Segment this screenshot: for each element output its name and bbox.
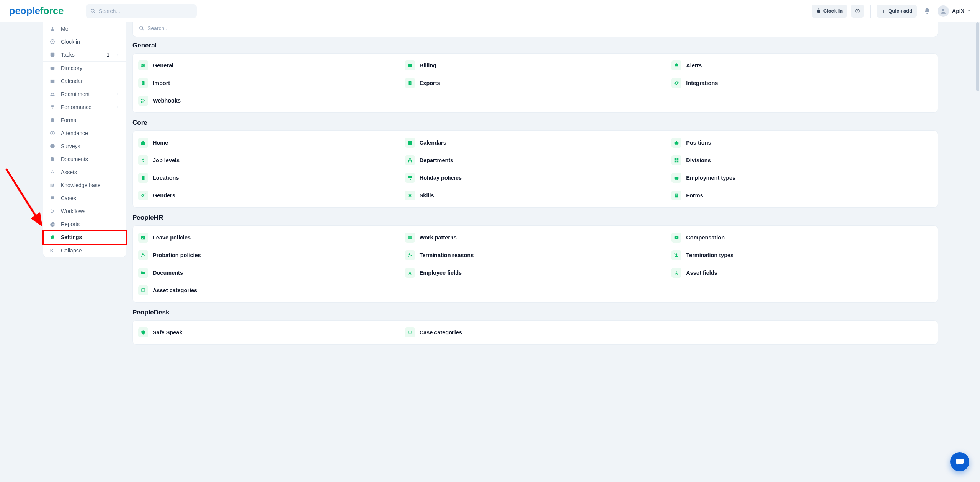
- sidebar-item-me[interactable]: Me: [43, 22, 126, 35]
- sidebar-item-label: Me: [61, 26, 120, 32]
- settings-tile-label: Holiday policies: [420, 175, 462, 181]
- clock-icon: [49, 130, 56, 136]
- sidebar-item-label: Reports: [61, 221, 120, 227]
- settings-tile-termination-types[interactable]: Termination types: [670, 247, 934, 263]
- file-icon: [49, 156, 56, 162]
- sidebar-item-attendance[interactable]: Attendance: [43, 127, 126, 140]
- settings-tile-probation-policies[interactable]: Probation policies: [137, 247, 400, 263]
- settings-tile-work-patterns[interactable]: Work patterns: [403, 230, 667, 246]
- settings-tile-locations[interactable]: Locations: [137, 170, 400, 186]
- settings-tile-asset-fields[interactable]: Asset fields: [670, 265, 934, 281]
- global-search-wrap: [86, 4, 197, 18]
- scrollbar-thumb[interactable]: [976, 22, 979, 91]
- svg-rect-43: [675, 158, 676, 160]
- svg-rect-10: [51, 53, 55, 57]
- settings-tile-asset-categories[interactable]: Asset categories: [137, 282, 400, 298]
- section-title-peoplehr: PeopleHR: [132, 214, 938, 221]
- settings-tile-webhooks[interactable]: Webhooks: [137, 93, 400, 109]
- settings-tile-billing[interactable]: Billing: [403, 57, 667, 73]
- svg-point-14: [51, 93, 52, 94]
- svg-point-52: [409, 194, 411, 197]
- logo[interactable]: peopleforce: [9, 5, 64, 17]
- id-card-icon: [49, 65, 56, 71]
- pie-icon: [49, 221, 56, 227]
- svg-point-31: [142, 66, 142, 67]
- svg-line-25: [142, 29, 144, 30]
- settings-tile-label: Locations: [153, 175, 179, 181]
- user-menu[interactable]: ApiX: [938, 5, 971, 17]
- settings-tile-leave-policies[interactable]: Leave policies: [137, 230, 400, 246]
- sidebar-item-calendar[interactable]: Calendar: [43, 75, 126, 88]
- settings-tile-import[interactable]: Import: [137, 75, 400, 91]
- folder-icon: [138, 268, 148, 278]
- briefcase-icon: [671, 138, 681, 148]
- settings-tile-genders[interactable]: Genders: [137, 187, 400, 204]
- settings-card: General Billing Alerts Import Exports In…: [132, 53, 938, 113]
- sidebar-item-directory[interactable]: Directory: [43, 62, 126, 75]
- check-square-icon: [49, 52, 56, 57]
- settings-tile-job-levels[interactable]: Job levels: [137, 152, 400, 168]
- settings-tile-exports[interactable]: Exports: [403, 75, 667, 91]
- sidebar-item-assets[interactable]: Assets: [43, 166, 126, 179]
- settings-tile-case-categories[interactable]: Case categories: [403, 324, 667, 340]
- sidebar-item-collapse[interactable]: Collapse: [43, 244, 126, 257]
- settings-tile-skills[interactable]: Skills: [403, 187, 667, 204]
- svg-rect-38: [408, 141, 412, 142]
- settings-tile-positions[interactable]: Positions: [670, 135, 934, 151]
- section-title-peopledesk: PeopleDesk: [132, 309, 938, 316]
- settings-tile-forms[interactable]: Forms: [670, 187, 934, 204]
- sidebar-item-settings[interactable]: Settings: [43, 231, 126, 244]
- settings-tile-label: Alerts: [686, 62, 702, 68]
- sidebar-item-knowledge-base[interactable]: Knowledge base: [43, 179, 126, 192]
- clockin-button[interactable]: Clock in: [812, 5, 848, 18]
- sidebar-item-clock-in[interactable]: Clock in: [43, 35, 126, 48]
- sidebar-item-label: Settings: [61, 234, 120, 240]
- sidebar-item-reports[interactable]: Reports: [43, 218, 126, 231]
- sidebar-item-label: Directory: [61, 65, 120, 71]
- global-search-input[interactable]: [99, 8, 192, 14]
- sidebar-item-tasks[interactable]: Tasks 1: [43, 48, 126, 61]
- building-icon: [138, 173, 148, 183]
- sidebar-item-performance[interactable]: Performance: [43, 101, 126, 114]
- notifications-button[interactable]: [921, 8, 934, 15]
- settings-tile-employment-types[interactable]: Employment types: [670, 170, 934, 186]
- quickadd-button[interactable]: Quick add: [877, 5, 917, 18]
- sidebar-item-label: Tasks: [61, 52, 100, 58]
- settings-tile-integrations[interactable]: Integrations: [670, 75, 934, 91]
- sidebar-item-documents[interactable]: Documents: [43, 153, 126, 166]
- settings-tile-label: Case categories: [420, 329, 462, 335]
- list-icon: [405, 233, 415, 243]
- umbrella-icon: [405, 173, 415, 183]
- global-search[interactable]: [86, 4, 197, 18]
- scrollbar-track[interactable]: [975, 22, 980, 482]
- settings-tile-label: Positions: [686, 140, 711, 146]
- settings-tile-label: Departments: [420, 157, 454, 163]
- chat-help-button[interactable]: [950, 452, 969, 471]
- plus-icon: [881, 9, 886, 13]
- settings-tile-calendars[interactable]: Calendars: [403, 135, 667, 151]
- settings-tile-holiday-policies[interactable]: Holiday policies: [403, 170, 667, 186]
- sidebar-item-forms[interactable]: Forms: [43, 114, 126, 127]
- sidebar-item-recruitment[interactable]: Recruitment: [43, 88, 126, 101]
- svg-rect-33: [408, 65, 412, 65]
- settings-tile-safe-speak[interactable]: Safe Speak: [137, 324, 400, 340]
- sidebar-item-label: Documents: [61, 156, 120, 162]
- settings-tile-general[interactable]: General: [137, 57, 400, 73]
- settings-tile-departments[interactable]: Departments: [403, 152, 667, 168]
- settings-card: Safe Speak Case categories: [132, 320, 938, 345]
- settings-tile-employee-fields[interactable]: Employee fields: [403, 265, 667, 281]
- svg-rect-13: [51, 80, 55, 80]
- settings-search-input[interactable]: [147, 25, 931, 31]
- font-icon: [405, 268, 415, 278]
- clock-history-button[interactable]: [851, 5, 864, 18]
- settings-tile-alerts[interactable]: Alerts: [670, 57, 934, 73]
- sidebar-item-surveys[interactable]: Surveys: [43, 140, 126, 153]
- sidebar-item-cases[interactable]: Cases: [43, 192, 126, 205]
- settings-tile-home[interactable]: Home: [137, 135, 400, 151]
- sidebar-item-label: Workflows: [61, 208, 120, 214]
- settings-tile-termination-reasons[interactable]: Termination reasons: [403, 247, 667, 263]
- settings-tile-documents[interactable]: Documents: [137, 265, 400, 281]
- sidebar-item-workflows[interactable]: Workflows: [43, 205, 126, 218]
- settings-tile-compensation[interactable]: Compensation: [670, 230, 934, 246]
- settings-tile-divisions[interactable]: Divisions: [670, 152, 934, 168]
